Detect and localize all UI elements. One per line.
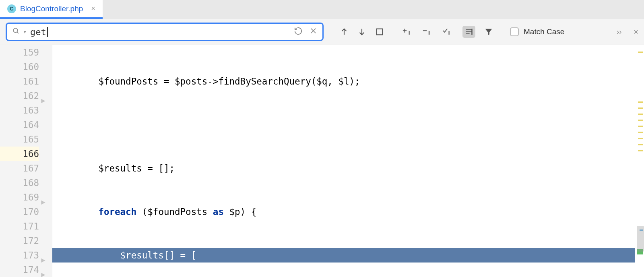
svg-text:II: II [427, 30, 430, 36]
scroll-thumb[interactable] [637, 226, 644, 252]
marker[interactable] [638, 144, 643, 145]
line-number: 165 [0, 132, 39, 147]
code-line[interactable]: $foundPosts = $posts->findBySearchQuery(… [52, 74, 644, 89]
code-line[interactable]: $results = []; [52, 161, 644, 176]
marker-strip[interactable] [635, 45, 644, 277]
prev-match-icon[interactable] [340, 27, 349, 36]
search-input[interactable]: get [30, 27, 290, 37]
tab-bar: C BlogController.php × [0, 0, 644, 19]
toolbar-separator [393, 26, 393, 37]
marker[interactable] [638, 132, 643, 133]
editor[interactable]: 159 160 161 162 163 164 165 166 167 168 … [0, 45, 644, 277]
line-number: 164 [0, 118, 39, 132]
marker[interactable] [638, 52, 643, 53]
match-case-toggle[interactable]: Match Case [510, 27, 564, 36]
line-number: 173 [0, 248, 39, 263]
next-match-icon[interactable] [357, 27, 366, 36]
svg-text:II: II [407, 30, 410, 36]
marker[interactable] [638, 101, 643, 103]
search-options-caret-icon[interactable]: ▾ [24, 29, 26, 35]
tab-blogcontroller[interactable]: C BlogController.php × [0, 0, 103, 19]
svg-line-1 [17, 32, 19, 33]
line-number: 168 [0, 176, 39, 190]
filter-icon[interactable] [484, 27, 493, 36]
gutter: 159 160 161 162 163 164 165 166 167 168 … [0, 45, 52, 277]
fold-marker-icon[interactable] [41, 195, 46, 200]
fold-marker-icon[interactable] [41, 267, 46, 273]
remove-selection-icon[interactable]: II [422, 27, 433, 37]
line-number: 161 [0, 74, 39, 89]
line-number: 170 [0, 205, 39, 219]
line-number: 169 [0, 190, 39, 205]
line-number: 171 [0, 219, 39, 234]
line-number: 159 [0, 45, 39, 60]
in-selection-icon[interactable] [462, 26, 475, 38]
line-number: 166 [0, 147, 39, 161]
close-panel-icon[interactable]: × [634, 27, 638, 37]
line-number: 162 [0, 89, 39, 103]
search-icon [12, 27, 20, 37]
line-number: 172 [0, 234, 39, 248]
match-case-label: Match Case [524, 27, 564, 36]
marker[interactable] [638, 114, 643, 115]
code-line[interactable]: foreach ($foundPosts as $p) { [52, 205, 644, 219]
code-area[interactable]: $foundPosts = $posts->findBySearchQuery(… [52, 45, 644, 277]
marker[interactable] [638, 150, 643, 151]
marker[interactable] [638, 107, 643, 109]
line-number: 174 [0, 263, 39, 277]
line-number: 160 [0, 60, 39, 74]
add-selection-icon[interactable]: II [402, 27, 413, 37]
code-line[interactable] [52, 118, 644, 132]
file-type-icon: C [7, 4, 16, 13]
line-number: 163 [0, 103, 39, 118]
marker[interactable] [638, 120, 643, 121]
svg-point-0 [13, 28, 18, 33]
marker[interactable] [638, 138, 643, 139]
search-box[interactable]: ▾ get [6, 23, 324, 41]
checkmark-selection-icon[interactable]: II [442, 27, 454, 37]
find-toolbar: ▾ get II II II [0, 19, 644, 45]
select-all-icon[interactable] [375, 27, 384, 36]
svg-rect-6 [377, 29, 383, 35]
clear-icon[interactable] [310, 27, 317, 36]
tab-label: BlogController.php [20, 4, 83, 13]
more-options-icon[interactable]: ›› [617, 28, 621, 36]
code-line[interactable]: $results[] = [ [52, 248, 644, 263]
history-icon[interactable] [294, 27, 303, 37]
svg-text:II: II [448, 30, 450, 36]
tab-close-icon[interactable]: × [91, 4, 95, 13]
fold-marker-icon[interactable] [41, 93, 46, 99]
line-number: 167 [0, 161, 39, 176]
marker[interactable] [638, 126, 643, 127]
match-case-checkbox[interactable] [510, 27, 519, 36]
fold-marker-icon[interactable] [41, 253, 46, 258]
